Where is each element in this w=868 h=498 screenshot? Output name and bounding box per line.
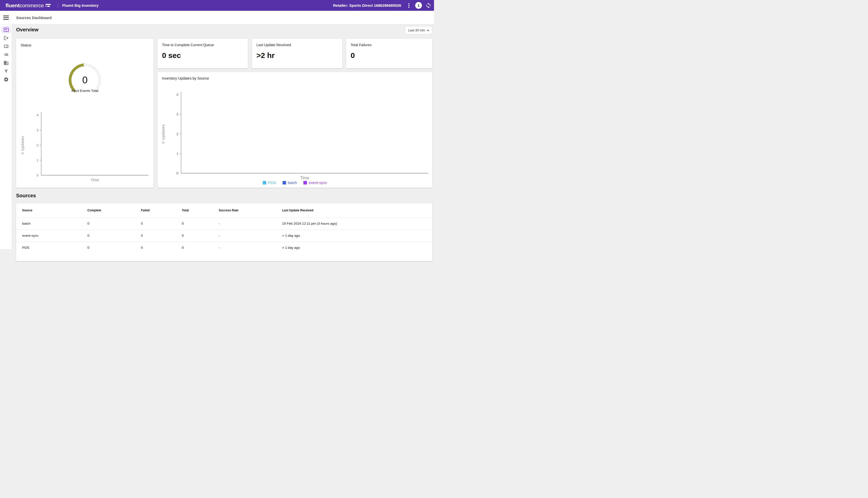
status-mini-chart: 01234Time# Updates [16, 105, 154, 188]
legend-item-event-sync[interactable]: event-sync [303, 181, 327, 185]
table-cell: > 1 day ago [276, 230, 432, 241]
gauge-value: 0 [82, 75, 87, 86]
svg-text:2: 2 [176, 132, 178, 136]
overview-heading: Overview [16, 27, 38, 32]
legend-item-pos[interactable]: POS [263, 181, 276, 185]
page-header-bar: Sources Dashboard [0, 11, 434, 24]
metric-card-last-update: Last Update Received >2 hr [252, 39, 342, 68]
column-header-success-rate: Success Rate [213, 203, 276, 218]
status-card: Status 0 Input Events Total 01234Time# U… [16, 39, 154, 188]
table-row-pos[interactable]: POS000-> 1 day ago [16, 241, 432, 249]
legend-label: POS [268, 181, 276, 185]
table-row-event-sync[interactable]: event-sync000-> 1 day ago [16, 230, 432, 241]
table-cell: 0 [176, 218, 213, 230]
sources-table-card: SourceCompleteFailedTotalSuccess RateLas… [16, 203, 432, 249]
table-cell: 0 [135, 241, 176, 249]
legend-swatch [283, 181, 286, 184]
sidebar-item-settings-gear-icon[interactable] [1, 76, 11, 83]
column-header-last-update-received: Last Update Received [276, 203, 432, 218]
chart-legend: POSbatchevent-sync [157, 181, 432, 185]
metric-title: Last Update Received [257, 43, 291, 47]
chart-card-title: Inventory Updates by Source [162, 76, 209, 80]
column-header-failed: Failed [135, 203, 176, 218]
table-cell: POS [16, 241, 81, 249]
time-range-selected-value: Last 30 min [408, 28, 425, 32]
table-cell: batch [16, 218, 81, 230]
metric-value: >2 hr [257, 51, 275, 60]
table-cell: - [213, 218, 276, 230]
app-title: Fluent Big Inventory [62, 3, 99, 8]
brand-text-light: commerce [20, 2, 44, 9]
column-header-total: Total [176, 203, 213, 218]
metric-title: Time to Complete Current Queue [162, 43, 214, 47]
table-cell: - [213, 230, 276, 241]
page-title: Sources Dashboard [16, 16, 52, 20]
svg-text:1: 1 [176, 152, 178, 156]
metric-title: Total Failures [351, 43, 372, 47]
table-cell: 0 [135, 230, 176, 241]
legend-swatch [303, 181, 307, 184]
refresh-sync-icon[interactable] [426, 2, 431, 9]
sidebar-item-browser-layout-icon[interactable] [1, 42, 11, 50]
fluent-logo-glyph-icon [45, 3, 52, 8]
sources-table: SourceCompleteFailedTotalSuccess RateLas… [16, 203, 432, 249]
svg-text:# Updates: # Updates [161, 124, 165, 144]
time-range-dropdown[interactable]: Last 30 min [405, 26, 432, 35]
table-cell: 0 [81, 241, 135, 249]
table-cell: event-sync [16, 230, 81, 241]
topbar-divider [58, 2, 58, 9]
sidebar-item-list-icon[interactable] [1, 51, 11, 58]
svg-text:3: 3 [176, 112, 178, 116]
metric-card-total-failures: Total Failures 0 [346, 39, 432, 68]
svg-text:# Updates: # Updates [21, 136, 25, 154]
svg-text:1: 1 [37, 158, 38, 162]
menu-hamburger-icon[interactable] [3, 16, 9, 20]
svg-text:Time: Time [91, 178, 99, 182]
fluent-commerce-logo[interactable]: fluentcommerce [5, 2, 52, 9]
column-header-complete: Complete [81, 203, 135, 218]
legend-label: event-sync [309, 181, 327, 185]
column-header-source: Source [16, 203, 81, 218]
inventory-updates-chart-card: Inventory Updates by Source 01234Time# U… [157, 72, 432, 188]
notification-count-badge[interactable]: 1 [415, 2, 422, 9]
svg-text:0: 0 [37, 173, 38, 177]
svg-text:4: 4 [37, 113, 38, 117]
legend-item-batch[interactable]: batch [283, 181, 297, 185]
input-events-gauge: 0 Input Events Total [62, 60, 107, 102]
table-cell: > 1 day ago [276, 241, 432, 249]
sources-heading: Sources [16, 193, 36, 198]
legend-swatch [263, 181, 266, 184]
side-navigation [0, 24, 12, 249]
top-app-bar: fluentcommerce Fluent Big Inventory Reta… [0, 0, 434, 11]
table-row-batch[interactable]: batch000-19 Feb 2024 12:11 pm (3 hours a… [16, 218, 432, 230]
svg-text:2: 2 [37, 143, 38, 147]
metric-value: 0 sec [162, 51, 181, 60]
sidebar-item-locations-building-icon[interactable] [1, 59, 11, 66]
table-cell: - [213, 241, 276, 249]
more-options-kebab-icon[interactable] [406, 2, 412, 9]
table-cell: 19 Feb 2024 12:11 pm (3 hours ago) [276, 218, 432, 230]
table-cell: 0 [176, 241, 213, 249]
svg-text:3: 3 [37, 128, 38, 132]
svg-text:4: 4 [176, 93, 178, 97]
table-cell: 0 [176, 230, 213, 241]
table-cell: 0 [135, 218, 176, 230]
chevron-down-icon [427, 30, 429, 31]
legend-label: batch [288, 181, 297, 185]
table-cell: 0 [81, 218, 135, 230]
metric-value: 0 [351, 51, 355, 60]
sidebar-item-output-icon[interactable] [1, 34, 11, 42]
svg-text:0: 0 [176, 171, 178, 175]
table-header-row: SourceCompleteFailedTotalSuccess RateLas… [16, 203, 432, 218]
inventory-updates-chart: 01234Time# Updates [157, 84, 432, 180]
metric-card-queue-time: Time to Complete Current Queue 0 sec [157, 39, 248, 68]
brand-text-bold: fluent [5, 2, 20, 9]
sidebar-item-sources-input-icon[interactable] [1, 26, 11, 34]
status-card-title: Status [21, 43, 31, 47]
retailer-label: Retailer: Sports Direct 1686296685026 [333, 3, 401, 8]
svg-text:Time: Time [300, 176, 309, 180]
gauge-label: Input Events Total [71, 89, 98, 93]
table-cell: 0 [81, 230, 135, 241]
sidebar-item-insights-funnel-icon[interactable] [1, 67, 11, 75]
